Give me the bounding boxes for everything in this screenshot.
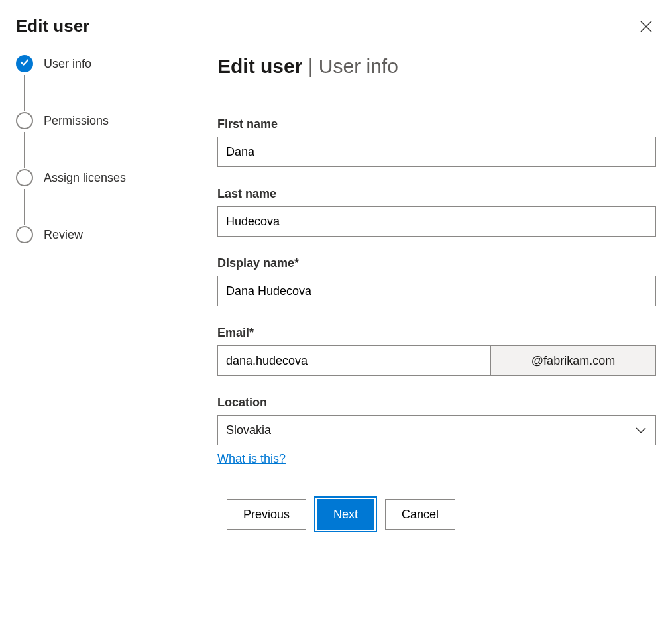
form-content: Edit user | User info First name Last na… [184, 50, 656, 530]
display-name-label-text: Display name [217, 256, 294, 270]
step-indicator [16, 226, 33, 243]
step-user-info[interactable]: User info [16, 55, 170, 72]
dialog-title: Edit user [16, 16, 89, 36]
step-label: Permissions [44, 114, 109, 128]
required-mark: * [294, 256, 299, 270]
location-select[interactable]: Slovakia [217, 415, 656, 445]
step-indicator [16, 169, 33, 186]
dialog-header: Edit user [16, 16, 656, 36]
step-review[interactable]: Review [16, 226, 170, 243]
field-email: Email* @fabrikam.com [217, 326, 656, 376]
next-button[interactable]: Next [317, 499, 374, 530]
step-connector [24, 132, 25, 168]
edit-user-dialog: Edit user User info Permissions [0, 0, 672, 545]
step-assign-licenses[interactable]: Assign licenses [16, 169, 170, 186]
heading-main: Edit user [217, 55, 302, 77]
field-display-name: Display name* [217, 256, 656, 306]
previous-button[interactable]: Previous [227, 499, 306, 530]
field-first-name: First name [217, 117, 656, 167]
step-indicator [16, 112, 33, 129]
action-row: Previous Next Cancel [217, 499, 656, 530]
email-label: Email* [217, 326, 656, 340]
email-local-input[interactable] [217, 345, 490, 376]
field-location: Location Slovakia What is this? [217, 396, 656, 466]
heading-separator: | [302, 55, 318, 77]
email-label-text: Email [217, 326, 249, 339]
required-mark: * [249, 326, 254, 339]
step-connector [24, 75, 25, 111]
location-help-link[interactable]: What is this? [217, 452, 286, 466]
close-icon [640, 25, 652, 34]
step-label: Assign licenses [44, 171, 126, 185]
check-icon [20, 58, 29, 70]
email-row: @fabrikam.com [217, 345, 656, 376]
last-name-input[interactable] [217, 206, 656, 237]
cancel-button[interactable]: Cancel [385, 499, 455, 530]
heading-sub: User info [319, 55, 398, 77]
field-last-name: Last name [217, 187, 656, 237]
chevron-down-icon [634, 424, 647, 437]
dialog-body: User info Permissions Assign licenses Re… [16, 50, 656, 530]
last-name-label: Last name [217, 187, 656, 201]
display-name-input[interactable] [217, 276, 656, 306]
wizard-stepper: User info Permissions Assign licenses Re… [16, 50, 184, 530]
location-value: Slovakia [226, 424, 271, 437]
location-select-wrap: Slovakia [217, 415, 656, 445]
email-domain: @fabrikam.com [490, 345, 656, 376]
step-connector [24, 189, 25, 225]
display-name-label: Display name* [217, 256, 656, 270]
step-indicator-active [16, 55, 33, 72]
first-name-input[interactable] [217, 137, 656, 167]
location-label: Location [217, 396, 656, 410]
close-button[interactable] [636, 17, 656, 36]
first-name-label: First name [217, 117, 656, 131]
content-heading: Edit user | User info [217, 55, 656, 78]
step-permissions[interactable]: Permissions [16, 112, 170, 129]
step-label: Review [44, 228, 83, 242]
step-label: User info [44, 57, 91, 71]
